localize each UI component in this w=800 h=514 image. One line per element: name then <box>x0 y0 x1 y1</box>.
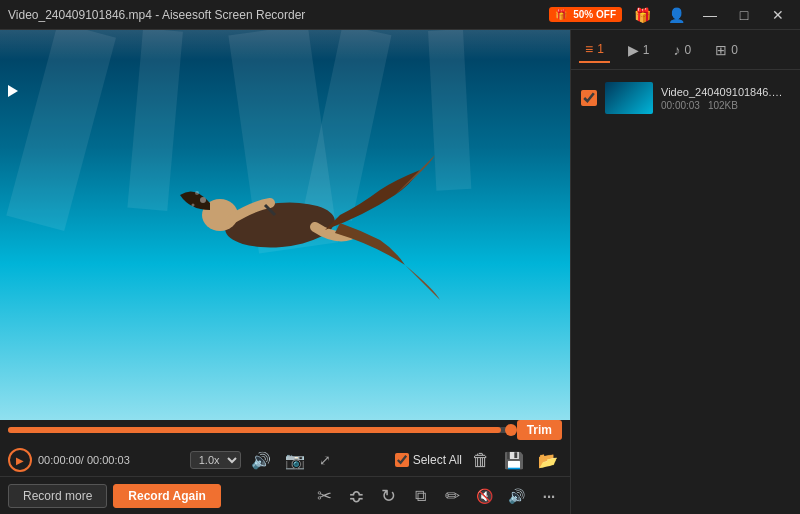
time-current: 00:00:00 <box>38 454 81 466</box>
play-tab-icon: ▶ <box>628 42 639 58</box>
progress-bar-container: Trim <box>0 420 570 444</box>
more-tool-button[interactable]: ··· <box>534 482 562 510</box>
delete-button[interactable]: 🗑 <box>468 448 494 473</box>
list-icon: ≡ <box>585 41 593 57</box>
svg-point-3 <box>200 197 206 203</box>
save-button[interactable]: 💾 <box>500 449 528 472</box>
file-size: 102KB <box>708 100 738 111</box>
promo-label: 50% OFF <box>573 9 616 20</box>
minimize-button[interactable]: — <box>696 4 724 26</box>
list-item[interactable]: Video_240409101846.mp4 00:00:03 102KB <box>577 76 794 120</box>
gift-icon[interactable]: 🎁 <box>628 4 656 26</box>
rotate-tool-button[interactable]: ↻ <box>374 482 402 510</box>
tab-image[interactable]: ⊞ 0 <box>709 38 744 62</box>
tab-video-count: 1 <box>597 42 604 56</box>
play-icon: ▶ <box>16 455 24 466</box>
file-name: Video_240409101846.mp4 <box>661 86 790 98</box>
bottom-toolbar: Record more Record Again ✂ ≎ ↻ ⧉ ✏ 🔇 🔊 ·… <box>0 476 570 514</box>
tab-image-count: 0 <box>731 43 738 57</box>
svg-point-5 <box>192 204 195 207</box>
video-controls: ▶ 00:00:00/ 00:00:03 0.5x 1.0x 1.5x 2.0x… <box>0 444 570 476</box>
select-all-label[interactable]: Select All <box>413 453 462 467</box>
app-title: Video_240409101846.mp4 - Aiseesoft Scree… <box>8 8 305 22</box>
snapshot-button[interactable]: 📷 <box>281 449 309 472</box>
file-list: Video_240409101846.mp4 00:00:03 102KB <box>571 70 800 514</box>
mute-tool-button[interactable]: 🔇 <box>470 482 498 510</box>
open-folder-button[interactable]: 📂 <box>534 449 562 472</box>
video-preview <box>0 30 570 420</box>
record-again-button[interactable]: Record Again <box>113 484 221 508</box>
file-duration: 00:00:03 <box>661 100 700 111</box>
bottom-right-tools: ✂ ≎ ↻ ⧉ ✏ 🔇 🔊 ··· <box>310 482 562 510</box>
select-all-checkbox[interactable] <box>395 453 409 467</box>
mouse-cursor <box>8 85 18 97</box>
progress-track[interactable] <box>8 427 511 433</box>
volume-button[interactable]: 🔊 <box>247 449 275 472</box>
time-total: 00:00:03 <box>87 454 130 466</box>
file-thumbnail <box>605 82 653 114</box>
progress-fill <box>8 427 501 433</box>
audio-icon: ♪ <box>674 42 681 58</box>
file-info: Video_240409101846.mp4 00:00:03 102KB <box>661 86 790 111</box>
tab-audio-count: 0 <box>685 43 692 57</box>
title-bar: Video_240409101846.mp4 - Aiseesoft Scree… <box>0 0 800 30</box>
swimmer-graphic <box>125 115 445 335</box>
trim-button[interactable]: Trim <box>517 420 562 440</box>
video-panel: Trim ▶ 00:00:00/ 00:00:03 0.5x 1.0x 1.5x… <box>0 30 570 514</box>
tab-video-play[interactable]: ▶ 1 <box>622 38 656 62</box>
record-more-button[interactable]: Record more <box>8 484 107 508</box>
progress-thumb[interactable] <box>505 424 517 436</box>
play-button[interactable]: ▶ <box>8 448 32 472</box>
copy-tool-button[interactable]: ⧉ <box>406 482 434 510</box>
right-panel: ≡ 1 ▶ 1 ♪ 0 ⊞ 0 <box>570 30 800 514</box>
tab-audio[interactable]: ♪ 0 <box>668 38 698 62</box>
edit-tool-button[interactable]: ✏ <box>438 482 466 510</box>
image-icon: ⊞ <box>715 42 727 58</box>
tab-play-count: 1 <box>643 43 650 57</box>
user-icon[interactable]: 👤 <box>662 4 690 26</box>
tab-video-list[interactable]: ≡ 1 <box>579 37 610 63</box>
close-button[interactable]: ✕ <box>764 4 792 26</box>
file-checkbox[interactable] <box>581 90 597 106</box>
speed-selector[interactable]: 0.5x 1.0x 1.5x 2.0x <box>190 451 241 469</box>
select-all-area: Select All <box>395 453 462 467</box>
time-display: 00:00:00/ 00:00:03 <box>38 454 130 466</box>
right-tabs: ≡ 1 ▶ 1 ♪ 0 ⊞ 0 <box>571 30 800 70</box>
svg-point-4 <box>195 191 199 195</box>
adjust-tool-button[interactable]: ≎ <box>342 482 370 510</box>
fullscreen-button[interactable]: ⤢ <box>315 450 335 470</box>
title-bar-right: 50% OFF 🎁 👤 — □ ✕ <box>549 4 792 26</box>
thumb-preview <box>605 82 653 114</box>
volume-tool-button[interactable]: 🔊 <box>502 482 530 510</box>
file-meta: 00:00:03 102KB <box>661 100 790 111</box>
main-layout: Trim ▶ 00:00:00/ 00:00:03 0.5x 1.0x 1.5x… <box>0 30 800 514</box>
maximize-button[interactable]: □ <box>730 4 758 26</box>
video-container[interactable] <box>0 30 570 420</box>
promo-badge[interactable]: 50% OFF <box>549 7 622 22</box>
cut-tool-button[interactable]: ✂ <box>310 482 338 510</box>
title-bar-left: Video_240409101846.mp4 - Aiseesoft Scree… <box>8 8 305 22</box>
